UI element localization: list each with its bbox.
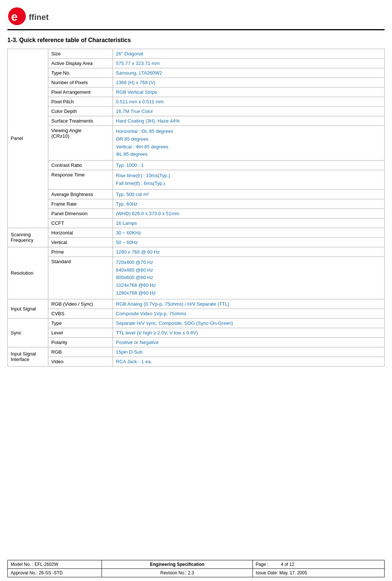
table-row: Surface Treatments Hard Coating (3H), Ha… xyxy=(8,116,385,126)
val-frame-rate: Typ. 60Hz xyxy=(113,199,385,209)
category-panel: Panel xyxy=(8,49,48,228)
prop-video-interface: Video xyxy=(48,357,113,366)
category-input-signal-interface: Input Signal Interface xyxy=(8,347,48,366)
val-brightness: Typ. 500 cd/ m² xyxy=(113,189,385,199)
prop-cvbs: CVBS xyxy=(48,309,113,318)
prop-ccft: CCFT xyxy=(48,218,113,228)
prop-frame-rate: Frame Rate xyxy=(48,199,113,209)
table-row: Panel Dimension (WHD) 626.0 x 373.0 x 51… xyxy=(8,209,385,218)
table-row: Response Time Rise time(tr) : 10ms(Typ.)… xyxy=(8,170,385,190)
table-row: CCFT 16 Lamps xyxy=(8,218,385,228)
prop-pixel-arrangement: Pixel Arrangement xyxy=(48,87,113,97)
val-polarity: Positive or Negative xyxy=(113,337,385,347)
table-row: Pixel Pitch 0.511 mm x 0.511 mm xyxy=(8,97,385,107)
prop-prime: Prime xyxy=(48,247,113,257)
table-row: Scanning Frequency Horizontal 30 ~ 60KHz xyxy=(8,228,385,237)
prop-brightness: Average Brightness xyxy=(48,189,113,199)
table-row: Vertical 50 ~ 60Hz xyxy=(8,237,385,247)
val-pixels: 1366 (H) x 768 (V) xyxy=(113,78,385,87)
val-rgb-video: RGB Analog (0.7Vp-p, 75ohms) / H/V Separ… xyxy=(113,299,385,309)
table-row: Level TTL level (V high ≥ 2.0V, V low ≤ … xyxy=(8,328,385,337)
prop-sync-level: Level xyxy=(48,328,113,337)
viewing-angle-line4: ΦL 85 degrees xyxy=(116,151,148,157)
table-row: Contrast Ratio Typ. 1000 : 1 xyxy=(8,161,385,170)
val-panel-dim: (WHD) 626.0 x 373.0 x 51mm xyxy=(113,209,385,218)
svg-text:e: e xyxy=(11,10,18,23)
category-scanning: Scanning Frequency xyxy=(8,228,48,247)
val-pixel-arrangement: RGB Vertical Stripe xyxy=(113,87,385,97)
val-response: Rise time(tr) : 10ms(Typ.) Fall time(tf)… xyxy=(113,170,385,190)
val-type-no: Samsung, LTA260W2 xyxy=(113,68,385,78)
val-cvbs: Composite Video 1Vp-p, 75ohms xyxy=(113,309,385,318)
prop-pixels: Number of Pixels xyxy=(48,78,113,87)
val-vertical: 50 ~ 60Hz xyxy=(113,237,385,247)
val-video-interface: RCA Jack - 1 ea. xyxy=(113,357,385,366)
footer-issue: Issue Date: May. 17. 2005 xyxy=(252,569,384,577)
prop-response: Response Time xyxy=(48,170,113,190)
viewing-angle-line1: Horizontal : ΘL 85 degrees xyxy=(116,128,173,134)
response-line1: Rise time(tr) : 10ms(Typ.) xyxy=(116,173,170,178)
prop-polarity: Polarity xyxy=(48,337,113,347)
footer-table: Model No. : EFL-2602W Engineering Specif… xyxy=(7,560,385,577)
val-rgb-interface: 15pin D-Sub xyxy=(113,347,385,357)
table-row: Video RCA Jack - 1 ea. xyxy=(8,357,385,366)
table-row: Active Display Area 575.77 x 323.71 mm xyxy=(8,59,385,68)
table-row: Number of Pixels 1366 (H) x 768 (V) xyxy=(8,78,385,87)
val-size: 26″ Diagonal xyxy=(113,49,385,59)
prop-color-depth: Color Depth xyxy=(48,107,113,116)
table-row: Frame Rate Typ. 60Hz xyxy=(8,199,385,209)
footer-page-value: 4 of 12 xyxy=(281,562,295,567)
table-row: Standard 720x400 @70 Hz 640x480 @60 Hz 8… xyxy=(8,257,385,299)
table-row: Viewing Angle (CR≥10) Horizontal : ΘL 85… xyxy=(8,126,385,161)
val-sync-level: TTL level (V high ≥ 2.0V, V low ≤ 0.8V) xyxy=(113,328,385,337)
category-input-signal: Input Signal xyxy=(8,299,48,318)
prop-viewing-angle: Viewing Angle (CR≥10) xyxy=(48,126,113,161)
table-row: Pixel Arrangement RGB Vertical Stripe xyxy=(8,87,385,97)
footer-approval: Approval No.: 26-SS -STD xyxy=(8,569,102,577)
table-row: Color Depth 16.7M True Color xyxy=(8,107,385,116)
val-viewing-angle: Horizontal : ΘL 85 degrees ΘR 85 degrees… xyxy=(113,126,385,161)
main-table: Panel Size 26″ Diagonal Active Display A… xyxy=(7,49,385,367)
category-resolution: Resolution xyxy=(8,247,48,299)
prop-rgb-video: RGB (Video / Sync) xyxy=(48,299,113,309)
prop-pixel-pitch: Pixel Pitch xyxy=(48,97,113,107)
logo-container: effinet xyxy=(7,7,74,27)
std-res-line5: 1280x768 @60 Hz xyxy=(116,290,156,296)
section-title: 1-3. Quick reference table of Characteri… xyxy=(7,37,385,44)
svg-text:ffinet: ffinet xyxy=(29,13,49,22)
viewing-angle-line2: ΘR 85 degrees xyxy=(116,136,148,142)
effinet-logo: effinet xyxy=(7,7,74,27)
val-ccft: 16 Lamps xyxy=(113,218,385,228)
table-row: CVBS Composite Video 1Vp-p, 75ohms xyxy=(8,309,385,318)
prop-active-display: Active Display Area xyxy=(48,59,113,68)
val-active-display: 575.77 x 323.71 mm xyxy=(113,59,385,68)
prop-surface: Surface Treatments xyxy=(48,116,113,126)
table-row: Panel Size 26″ Diagonal xyxy=(8,49,385,59)
prop-panel-dim: Panel Dimension xyxy=(48,209,113,218)
val-standard: 720x400 @70 Hz 640x480 @60 Hz 800x600 @6… xyxy=(113,257,385,299)
viewing-angle-line3: Vertical : ΦH 85 degrees xyxy=(116,144,168,149)
table-row: Polarity Positive or Negative xyxy=(8,337,385,347)
footer-area: Model No. : EFL-2602W Engineering Specif… xyxy=(7,560,385,581)
prop-horizontal: Horizontal xyxy=(48,228,113,237)
prop-sync-type: Type xyxy=(48,318,113,328)
prop-size: Size xyxy=(48,49,113,59)
table-row: Resolution Prime 1280 x 768 @ 60 Hz xyxy=(8,247,385,257)
prop-standard: Standard xyxy=(48,257,113,299)
table-row: Average Brightness Typ. 500 cd/ m² xyxy=(8,189,385,199)
response-line2: Fall time(tf) : 6ms(Typ.) xyxy=(116,181,165,186)
footer-model: Model No. : EFL-2602W xyxy=(8,560,102,569)
std-res-line3: 800x600 @60 Hz xyxy=(116,275,153,280)
std-res-line1: 720x400 @70 Hz xyxy=(116,259,153,265)
val-color-depth: 16.7M True Color xyxy=(113,107,385,116)
prop-vertical: Vertical xyxy=(48,237,113,247)
prop-rgb-interface: RGB xyxy=(48,347,113,357)
header: effinet xyxy=(7,4,385,30)
table-row: Input Signal Interface RGB 15pin D-Sub xyxy=(8,347,385,357)
footer-page-label: Page : xyxy=(256,562,269,567)
table-row: Input Signal RGB (Video / Sync) RGB Anal… xyxy=(8,299,385,309)
val-sync-type: Separate H/V sync, Composite, SOG (Sync-… xyxy=(113,318,385,328)
footer-revision: Revision No.: 2.3 xyxy=(102,569,252,577)
std-res-line2: 640x480 @60 Hz xyxy=(116,267,153,273)
footer-page: Page : 4 of 12 xyxy=(252,560,384,569)
